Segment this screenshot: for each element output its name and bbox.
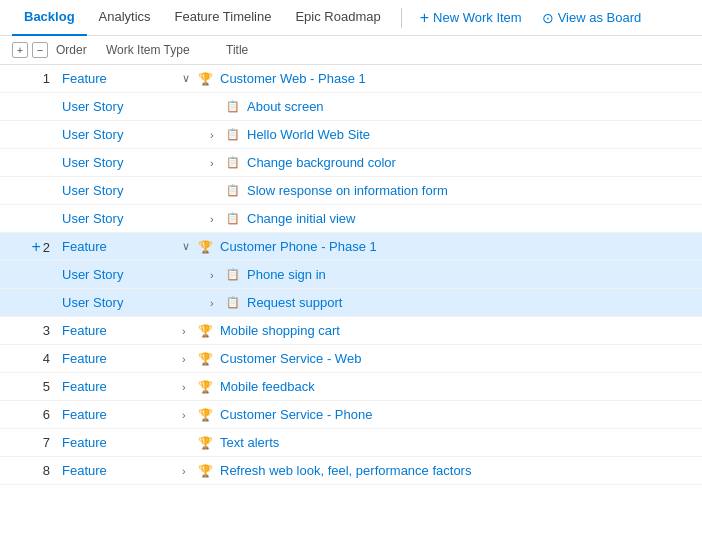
expand-all-button[interactable]: + [12,42,28,58]
row-work-item-type: Feature [62,463,182,478]
new-work-item-button[interactable]: + New Work Item [410,5,532,31]
plus-icon: + [420,9,429,27]
board-icon: ⊙ [542,10,554,26]
chevron-icon[interactable]: › [210,157,222,169]
title-link[interactable]: Hello World Web Site [247,127,370,142]
table-row: 7Feature🏆Text alerts [0,429,702,457]
title-link[interactable]: About screen [247,99,324,114]
column-header-order: Order [56,43,106,57]
title-link[interactable]: Customer Phone - Phase 1 [220,239,377,254]
title-link[interactable]: Mobile feedback [220,379,315,394]
row-work-item-type: Feature [62,239,182,254]
chevron-icon[interactable]: ∨ [182,72,194,85]
expand-controls: + − [12,42,48,58]
table-row: 3Feature›🏆Mobile shopping cart [0,317,702,345]
row-title-cell: ∨🏆Customer Web - Phase 1 [182,71,690,86]
chevron-icon[interactable]: ∨ [182,240,194,253]
order-number: 3 [43,323,50,338]
title-link[interactable]: Text alerts [220,435,279,450]
row-title-cell: 🏆Text alerts [182,435,690,450]
table-row: User Story›📋Request support [0,289,702,317]
table-row: 8Feature›🏆Refresh web look, feel, perfor… [0,457,702,485]
chevron-icon[interactable]: › [210,129,222,141]
row-title-cell: ›📋Change initial view [182,211,690,226]
title-link[interactable]: Request support [247,295,342,310]
row-title-cell: ›📋Request support [182,295,690,310]
title-link[interactable]: Customer Web - Phase 1 [220,71,366,86]
table-body: 1Feature∨🏆Customer Web - Phase 1User Sto… [0,65,702,485]
book-icon: 📋 [226,156,240,169]
title-link[interactable]: Change background color [247,155,396,170]
chevron-icon[interactable]: › [182,381,194,393]
nav-divider [401,8,402,28]
row-work-item-type: User Story [62,183,182,198]
row-order: 8 [12,463,62,478]
table-row: 1Feature∨🏆Customer Web - Phase 1 [0,65,702,93]
row-title-cell: ›📋Hello World Web Site [182,127,690,142]
title-link[interactable]: Change initial view [247,211,355,226]
chevron-icon[interactable]: › [182,325,194,337]
row-title-cell: ›🏆Mobile feedback [182,379,690,394]
row-work-item-type: Feature [62,435,182,450]
row-order: 5 [12,379,62,394]
book-icon: 📋 [226,100,240,113]
row-work-item-type: Feature [62,323,182,338]
order-number: 5 [43,379,50,394]
row-title-cell: ›📋Change background color [182,155,690,170]
trophy-icon: 🏆 [198,464,213,478]
row-order: 6 [12,407,62,422]
row-title-cell: ›🏆Refresh web look, feel, performance fa… [182,463,690,478]
chevron-icon[interactable]: › [182,353,194,365]
row-order: 4 [12,351,62,366]
new-work-item-label: New Work Item [433,10,522,25]
chevron-icon[interactable]: › [182,465,194,477]
order-number: 7 [43,435,50,450]
title-link[interactable]: Mobile shopping cart [220,323,340,338]
book-icon: 📋 [226,212,240,225]
order-number: 2 [43,240,50,255]
trophy-icon: 🏆 [198,240,213,254]
chevron-icon[interactable]: › [210,297,222,309]
row-work-item-type: User Story [62,99,182,114]
trophy-icon: 🏆 [198,436,213,450]
row-title-cell: 📋Slow response on information form [182,183,690,198]
nav-item-analytics[interactable]: Analytics [87,0,163,36]
order-number: 8 [43,463,50,478]
table-row: 5Feature›🏆Mobile feedback [0,373,702,401]
nav-item-backlog[interactable]: Backlog [12,0,87,36]
table-row: User Story›📋Hello World Web Site [0,121,702,149]
nav-item-epic-roadmap[interactable]: Epic Roadmap [283,0,392,36]
view-as-board-button[interactable]: ⊙ View as Board [532,6,652,30]
chevron-icon[interactable]: › [210,213,222,225]
table-row: User Story📋Slow response on information … [0,177,702,205]
title-link[interactable]: Refresh web look, feel, performance fact… [220,463,471,478]
table-row: User Story📋About screen [0,93,702,121]
row-work-item-type: Feature [62,351,182,366]
row-order: 3 [12,323,62,338]
title-link[interactable]: Customer Service - Web [220,351,361,366]
order-number: 4 [43,351,50,366]
chevron-icon[interactable]: › [182,409,194,421]
collapse-all-button[interactable]: − [32,42,48,58]
title-link[interactable]: Customer Service - Phone [220,407,372,422]
row-order: +2 [12,238,62,256]
title-link[interactable]: Phone sign in [247,267,326,282]
row-work-item-type: User Story [62,155,182,170]
row-work-item-type: User Story [62,267,182,282]
nav-item-feature-timeline[interactable]: Feature Timeline [163,0,284,36]
trophy-icon: 🏆 [198,324,213,338]
table-row: 4Feature›🏆Customer Service - Web [0,345,702,373]
row-title-cell: ∨🏆Customer Phone - Phase 1 [182,239,690,254]
table-row: 6Feature›🏆Customer Service - Phone [0,401,702,429]
table-row: +2Feature∨🏆Customer Phone - Phase 1 [0,233,702,261]
chevron-icon[interactable]: › [210,269,222,281]
table-row: User Story›📋Change initial view [0,205,702,233]
table-row: User Story›📋Change background color [0,149,702,177]
add-child-button[interactable]: + [31,238,40,255]
title-link[interactable]: Slow response on information form [247,183,448,198]
row-work-item-type: User Story [62,211,182,226]
row-title-cell: ›🏆Mobile shopping cart [182,323,690,338]
book-icon: 📋 [226,184,240,197]
view-as-board-label: View as Board [558,10,642,25]
row-title-cell: ›🏆Customer Service - Web [182,351,690,366]
